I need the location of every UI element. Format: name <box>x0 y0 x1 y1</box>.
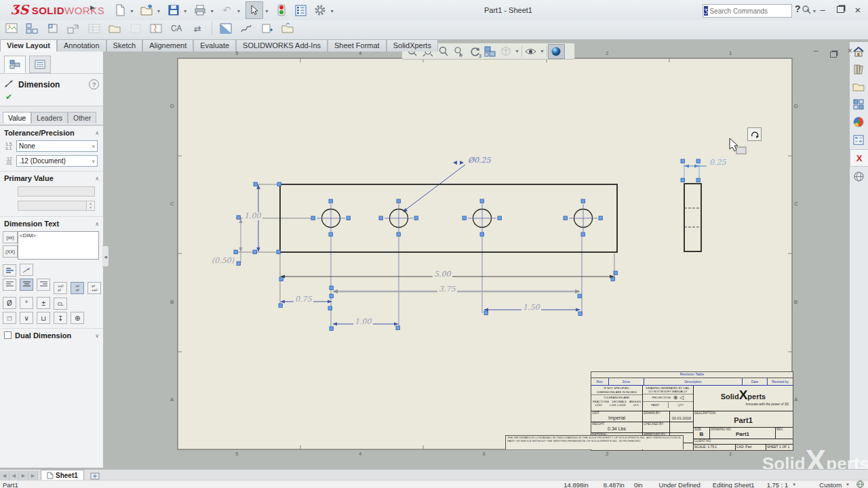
solidxperts-tab-icon[interactable]: X <box>850 149 868 167</box>
view-settings-cube-icon[interactable] <box>498 45 513 58</box>
tab-solidxperts[interactable]: SolidXperts <box>387 39 438 52</box>
primary-value-section-header[interactable]: Primary Value∧ <box>0 171 103 184</box>
tolerance-section-header[interactable]: Tolerance/Precision∧ <box>0 125 103 139</box>
panel-help-icon[interactable]: ? <box>89 79 99 89</box>
first-sheet-button[interactable]: ◀ <box>0 471 9 481</box>
property-manager-tab[interactable] <box>4 56 26 73</box>
view-palette-icon[interactable] <box>850 131 867 148</box>
value-spinner[interactable]: ▲▼ <box>87 201 95 211</box>
sheet-properties-icon[interactable] <box>3 20 20 37</box>
select-caret[interactable]: ▼ <box>264 9 269 14</box>
ok-check-icon[interactable]: ✔ <box>5 92 12 102</box>
tolerance-dropdown[interactable]: None∨ <box>16 140 98 152</box>
rotate-view-button[interactable] <box>747 127 762 141</box>
panel-collapse-handle[interactable]: ◀ <box>102 245 109 267</box>
next-sheet-button[interactable]: ▶ <box>19 471 28 481</box>
print-caret[interactable]: ▼ <box>210 9 214 14</box>
justify-right-button[interactable] <box>37 279 50 291</box>
new-document-icon[interactable] <box>112 2 128 18</box>
plus-minus-symbol-button[interactable]: ± <box>37 297 50 309</box>
hole-callout-button[interactable]: ⊕ <box>71 312 84 324</box>
countersink-symbol-button[interactable]: ∨ <box>20 312 33 324</box>
square-symbol-button[interactable]: □ <box>3 312 16 324</box>
precision-dropdown[interactable]: .12 (Document)∨ <box>16 155 98 167</box>
tab-alignement[interactable]: Alignement <box>142 39 193 52</box>
menu-expand-arrow[interactable]: ▶ <box>90 4 95 11</box>
empty-view-icon[interactable] <box>127 20 144 37</box>
save-caret[interactable]: ▼ <box>183 9 188 14</box>
table-icon[interactable] <box>85 20 103 37</box>
primary-value-name-field[interactable] <box>18 186 95 197</box>
subtab-leaders[interactable]: Leaders <box>31 112 68 123</box>
add-sheet-button[interactable] <box>87 471 103 481</box>
diameter-symbol-button[interactable]: Ø <box>3 297 16 309</box>
text-offset-right-button[interactable]: x²+x² <box>87 282 101 294</box>
tab-evaluate[interactable]: Evaluate <box>193 39 236 52</box>
units-caret[interactable]: ▼ <box>846 483 850 487</box>
subtab-other[interactable]: Other <box>68 112 96 123</box>
prev-sheet-button[interactable]: ◀ <box>9 471 19 481</box>
file-explorer-folder-icon[interactable] <box>850 79 867 95</box>
import-folder-icon[interactable] <box>279 20 296 37</box>
centerline-symbol-button[interactable]: CL <box>54 298 67 310</box>
undo-icon[interactable]: ↶ <box>219 2 235 18</box>
add-parenthesis-button[interactable]: (xx) <box>3 231 18 243</box>
degree-symbol-button[interactable]: ° <box>20 297 33 309</box>
doc-restore-button[interactable] <box>830 48 837 60</box>
standard-3-view-icon[interactable] <box>23 20 41 37</box>
justify-left-button[interactable] <box>3 279 16 291</box>
open-icon[interactable] <box>138 2 155 18</box>
dim-label-edge[interactable]: 0.75 <box>294 296 313 304</box>
dim-label-height[interactable]: 1.00 <box>243 212 262 220</box>
restore-button[interactable] <box>831 3 849 16</box>
dimension-text-section-header[interactable]: Dimension Text∧ <box>0 216 103 230</box>
dimension-text-area[interactable]: <DIM> <box>18 231 99 260</box>
select-cursor-icon[interactable] <box>245 1 263 19</box>
status-scale[interactable]: 1.75 : 1 <box>767 481 789 488</box>
primary-value-field[interactable] <box>18 201 87 211</box>
dim-label-thickness[interactable]: 0.25 <box>708 159 728 167</box>
dim-label-diameter[interactable]: Ø0.25 <box>467 157 492 165</box>
minimize-button[interactable]: – <box>814 3 831 16</box>
zoom-selection-icon[interactable] <box>451 45 467 58</box>
last-sheet-button[interactable]: ▶ <box>28 471 38 481</box>
dim-label-ref[interactable]: (0.50) <box>210 257 235 265</box>
search-commands-box[interactable]: Ʒ ▼ <box>703 4 792 18</box>
search-input[interactable] <box>708 7 802 15</box>
scale-caret[interactable]: ▼ <box>792 483 796 487</box>
status-globe-icon[interactable] <box>856 481 864 488</box>
counterbore-symbol-button[interactable]: ⊔ <box>37 312 50 324</box>
tab-sketch[interactable]: Sketch <box>106 39 143 52</box>
doc-close-button[interactable]: × <box>848 46 852 56</box>
display-style-eye-icon[interactable] <box>523 45 538 58</box>
dual-dimension-section-header[interactable]: Dual Dimension ∨ <box>0 328 103 342</box>
open-caret[interactable]: ▼ <box>156 9 161 14</box>
view-palette-triangle-icon[interactable] <box>217 20 235 37</box>
model-view-icon[interactable] <box>44 20 62 37</box>
text-offset-center-button[interactable]: x²x² <box>71 282 84 294</box>
rotate-view-icon[interactable]: 3 <box>467 45 482 58</box>
sheet-format-icon[interactable] <box>482 45 498 58</box>
depth-symbol-button[interactable]: ↧ <box>54 312 67 324</box>
section-line-icon[interactable] <box>237 20 255 37</box>
dim-label-span[interactable]: 3.75 <box>437 285 457 293</box>
rebuild-traffic-light-icon[interactable] <box>273 2 290 18</box>
save-icon[interactable] <box>165 2 182 18</box>
subtab-value[interactable]: Value <box>3 112 31 123</box>
justify-center-button[interactable] <box>20 279 33 291</box>
custom-properties-icon[interactable] <box>850 168 867 184</box>
new-caret[interactable]: ▼ <box>130 9 134 14</box>
close-button[interactable]: × <box>849 3 867 16</box>
auxiliary-view-icon[interactable] <box>64 20 82 37</box>
text-position-button-1[interactable] <box>3 264 16 277</box>
eye-caret[interactable]: ▼ <box>540 49 545 54</box>
render-sphere-icon[interactable] <box>548 44 565 59</box>
tab-solidworks-addins[interactable]: SOLIDWORKS Add-Ins <box>236 39 328 52</box>
dual-dimension-checkbox[interactable] <box>4 331 12 339</box>
tab-annotation[interactable]: Annotation <box>57 39 106 52</box>
configuration-manager-tab[interactable] <box>29 56 51 73</box>
broken-view-icon[interactable] <box>147 20 165 37</box>
print-icon[interactable] <box>192 2 208 18</box>
alternate-position-icon[interactable]: ⇄ <box>189 20 206 37</box>
remove-parenthesis-button[interactable]: (XX) <box>3 245 18 258</box>
